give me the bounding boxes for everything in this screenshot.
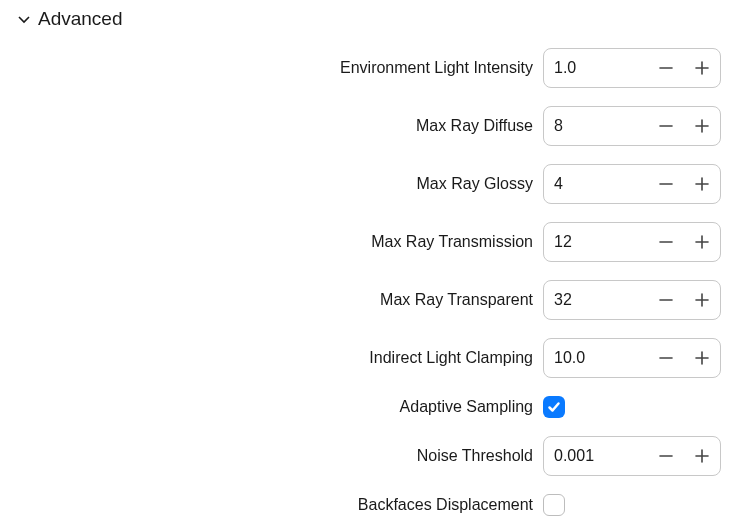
section-header-advanced[interactable]: Advanced	[10, 8, 731, 30]
field-env-light-intensity: Environment Light Intensity 1.0	[10, 48, 731, 88]
value-indirect-light-clamping[interactable]: 10.0	[544, 349, 648, 367]
label-max-ray-glossy: Max Ray Glossy	[417, 175, 533, 193]
value-max-ray-diffuse[interactable]: 8	[544, 117, 648, 135]
label-max-ray-diffuse: Max Ray Diffuse	[416, 117, 533, 135]
stepper-max-ray-transmission[interactable]: 12	[543, 222, 721, 262]
advanced-fields: Environment Light Intensity 1.0 Max Ray …	[10, 48, 731, 516]
chevron-down-icon	[16, 11, 32, 27]
value-max-ray-transmission[interactable]: 12	[544, 233, 648, 251]
field-max-ray-diffuse: Max Ray Diffuse 8	[10, 106, 731, 146]
field-adaptive-sampling: Adaptive Sampling	[10, 396, 731, 418]
plus-button[interactable]	[684, 165, 720, 203]
check-icon	[547, 400, 561, 414]
field-indirect-light-clamping: Indirect Light Clamping 10.0	[10, 338, 731, 378]
plus-button[interactable]	[684, 281, 720, 319]
plus-button[interactable]	[684, 107, 720, 145]
value-env-light-intensity[interactable]: 1.0	[544, 59, 648, 77]
field-max-ray-transmission: Max Ray Transmission 12	[10, 222, 731, 262]
field-max-ray-transparent: Max Ray Transparent 32	[10, 280, 731, 320]
minus-button[interactable]	[648, 281, 684, 319]
label-adaptive-sampling: Adaptive Sampling	[400, 398, 533, 416]
minus-button[interactable]	[648, 165, 684, 203]
stepper-env-light-intensity[interactable]: 1.0	[543, 48, 721, 88]
stepper-max-ray-diffuse[interactable]: 8	[543, 106, 721, 146]
minus-button[interactable]	[648, 49, 684, 87]
field-backfaces-displacement: Backfaces Displacement	[10, 494, 731, 516]
minus-button[interactable]	[648, 339, 684, 377]
value-max-ray-transparent[interactable]: 32	[544, 291, 648, 309]
section-title: Advanced	[38, 8, 123, 30]
label-env-light-intensity: Environment Light Intensity	[340, 59, 533, 77]
value-max-ray-glossy[interactable]: 4	[544, 175, 648, 193]
minus-button[interactable]	[648, 107, 684, 145]
checkbox-adaptive-sampling[interactable]	[543, 396, 565, 418]
field-max-ray-glossy: Max Ray Glossy 4	[10, 164, 731, 204]
label-max-ray-transparent: Max Ray Transparent	[380, 291, 533, 309]
stepper-indirect-light-clamping[interactable]: 10.0	[543, 338, 721, 378]
checkbox-container-backfaces-displacement	[543, 494, 721, 516]
label-backfaces-displacement: Backfaces Displacement	[358, 496, 533, 514]
minus-button[interactable]	[648, 223, 684, 261]
plus-button[interactable]	[684, 339, 720, 377]
label-noise-threshold: Noise Threshold	[417, 447, 533, 465]
plus-button[interactable]	[684, 49, 720, 87]
stepper-max-ray-transparent[interactable]: 32	[543, 280, 721, 320]
stepper-max-ray-glossy[interactable]: 4	[543, 164, 721, 204]
plus-button[interactable]	[684, 437, 720, 475]
checkbox-backfaces-displacement[interactable]	[543, 494, 565, 516]
plus-button[interactable]	[684, 223, 720, 261]
minus-button[interactable]	[648, 437, 684, 475]
label-indirect-light-clamping: Indirect Light Clamping	[369, 349, 533, 367]
value-noise-threshold[interactable]: 0.001	[544, 447, 648, 465]
stepper-noise-threshold[interactable]: 0.001	[543, 436, 721, 476]
label-max-ray-transmission: Max Ray Transmission	[371, 233, 533, 251]
field-noise-threshold: Noise Threshold 0.001	[10, 436, 731, 476]
checkbox-container-adaptive-sampling	[543, 396, 721, 418]
